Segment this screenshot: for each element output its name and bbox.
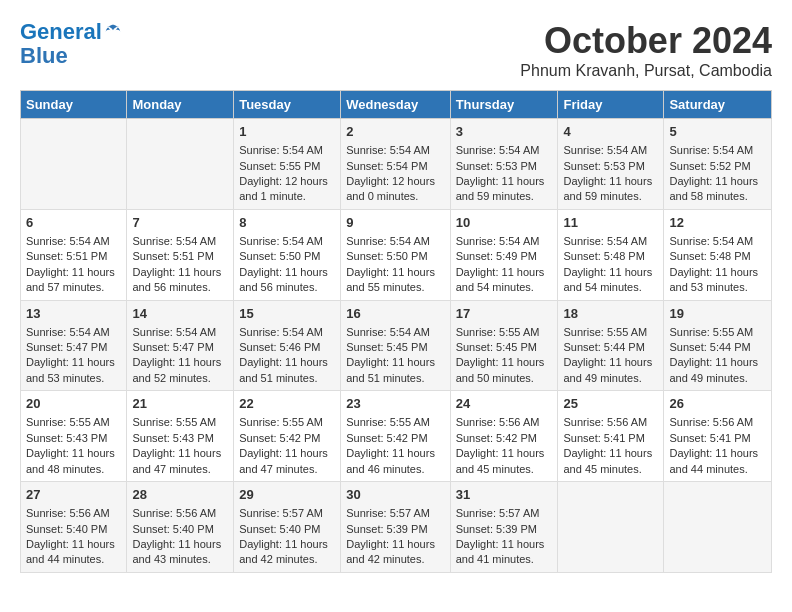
calendar-cell: 20Sunrise: 5:55 AMSunset: 5:43 PMDayligh… <box>21 391 127 482</box>
calendar-cell: 31Sunrise: 5:57 AMSunset: 5:39 PMDayligh… <box>450 482 558 573</box>
day-info: Sunset: 5:55 PM <box>239 159 335 174</box>
logo: General Blue <box>20 20 122 68</box>
day-info: and 52 minutes. <box>132 371 228 386</box>
day-info: Sunset: 5:52 PM <box>669 159 766 174</box>
location-subtitle: Phnum Kravanh, Pursat, Cambodia <box>520 62 772 80</box>
day-info: Sunrise: 5:54 AM <box>26 325 121 340</box>
day-info: Daylight: 11 hours <box>456 265 553 280</box>
calendar-cell: 11Sunrise: 5:54 AMSunset: 5:48 PMDayligh… <box>558 209 664 300</box>
day-info: Sunrise: 5:57 AM <box>239 506 335 521</box>
day-info: Sunset: 5:48 PM <box>563 249 658 264</box>
calendar-cell: 18Sunrise: 5:55 AMSunset: 5:44 PMDayligh… <box>558 300 664 391</box>
day-info: Sunset: 5:40 PM <box>26 522 121 537</box>
day-info: and 57 minutes. <box>26 280 121 295</box>
day-info: Daylight: 11 hours <box>563 446 658 461</box>
day-number: 1 <box>239 123 335 141</box>
day-info: Daylight: 11 hours <box>563 265 658 280</box>
day-number: 17 <box>456 305 553 323</box>
day-number: 2 <box>346 123 444 141</box>
col-wednesday: Wednesday <box>341 91 450 119</box>
day-info: Daylight: 11 hours <box>239 537 335 552</box>
day-info: and 1 minute. <box>239 189 335 204</box>
day-number: 20 <box>26 395 121 413</box>
day-info: Sunrise: 5:55 AM <box>26 415 121 430</box>
calendar-cell <box>127 119 234 210</box>
day-info: and 46 minutes. <box>346 462 444 477</box>
day-info: Sunrise: 5:56 AM <box>669 415 766 430</box>
calendar-cell: 12Sunrise: 5:54 AMSunset: 5:48 PMDayligh… <box>664 209 772 300</box>
day-info: Sunset: 5:53 PM <box>563 159 658 174</box>
day-info: Daylight: 11 hours <box>563 174 658 189</box>
day-info: and 58 minutes. <box>669 189 766 204</box>
day-info: Sunset: 5:41 PM <box>563 431 658 446</box>
day-info: and 50 minutes. <box>456 371 553 386</box>
week-row-5: 27Sunrise: 5:56 AMSunset: 5:40 PMDayligh… <box>21 482 772 573</box>
day-info: Daylight: 11 hours <box>669 174 766 189</box>
day-info: and 59 minutes. <box>563 189 658 204</box>
day-info: Sunset: 5:41 PM <box>669 431 766 446</box>
day-info: Sunrise: 5:56 AM <box>26 506 121 521</box>
day-number: 16 <box>346 305 444 323</box>
day-info: Sunrise: 5:54 AM <box>26 234 121 249</box>
day-info: Daylight: 11 hours <box>346 537 444 552</box>
day-info: and 47 minutes. <box>132 462 228 477</box>
day-info: Daylight: 11 hours <box>669 265 766 280</box>
day-number: 29 <box>239 486 335 504</box>
calendar-cell: 5Sunrise: 5:54 AMSunset: 5:52 PMDaylight… <box>664 119 772 210</box>
day-info: and 44 minutes. <box>26 552 121 567</box>
day-info: and 42 minutes. <box>346 552 444 567</box>
day-info: Sunset: 5:50 PM <box>239 249 335 264</box>
day-info: Sunset: 5:40 PM <box>239 522 335 537</box>
day-info: Daylight: 12 hours <box>239 174 335 189</box>
day-info: and 53 minutes. <box>669 280 766 295</box>
day-number: 5 <box>669 123 766 141</box>
calendar-cell: 9Sunrise: 5:54 AMSunset: 5:50 PMDaylight… <box>341 209 450 300</box>
day-info: Sunset: 5:53 PM <box>456 159 553 174</box>
day-info: Sunset: 5:44 PM <box>563 340 658 355</box>
day-info: Daylight: 11 hours <box>563 355 658 370</box>
day-info: Sunset: 5:45 PM <box>456 340 553 355</box>
day-info: Sunset: 5:50 PM <box>346 249 444 264</box>
calendar-cell <box>21 119 127 210</box>
day-info: Sunrise: 5:54 AM <box>239 143 335 158</box>
calendar-table: Sunday Monday Tuesday Wednesday Thursday… <box>20 90 772 573</box>
col-saturday: Saturday <box>664 91 772 119</box>
day-info: Sunset: 5:42 PM <box>346 431 444 446</box>
day-info: Daylight: 11 hours <box>132 446 228 461</box>
day-number: 11 <box>563 214 658 232</box>
day-info: Daylight: 11 hours <box>456 174 553 189</box>
day-info: Sunrise: 5:55 AM <box>132 415 228 430</box>
calendar-cell: 8Sunrise: 5:54 AMSunset: 5:50 PMDaylight… <box>234 209 341 300</box>
calendar-cell: 14Sunrise: 5:54 AMSunset: 5:47 PMDayligh… <box>127 300 234 391</box>
day-info: Sunrise: 5:55 AM <box>346 415 444 430</box>
day-number: 19 <box>669 305 766 323</box>
day-info: Sunrise: 5:54 AM <box>563 143 658 158</box>
day-info: Sunrise: 5:55 AM <box>563 325 658 340</box>
day-number: 8 <box>239 214 335 232</box>
day-info: Sunrise: 5:55 AM <box>669 325 766 340</box>
col-sunday: Sunday <box>21 91 127 119</box>
calendar-cell: 2Sunrise: 5:54 AMSunset: 5:54 PMDaylight… <box>341 119 450 210</box>
day-number: 27 <box>26 486 121 504</box>
col-monday: Monday <box>127 91 234 119</box>
day-info: Sunset: 5:54 PM <box>346 159 444 174</box>
day-info: Daylight: 11 hours <box>456 355 553 370</box>
day-number: 31 <box>456 486 553 504</box>
day-info: and 47 minutes. <box>239 462 335 477</box>
week-row-3: 13Sunrise: 5:54 AMSunset: 5:47 PMDayligh… <box>21 300 772 391</box>
week-row-2: 6Sunrise: 5:54 AMSunset: 5:51 PMDaylight… <box>21 209 772 300</box>
day-number: 18 <box>563 305 658 323</box>
day-info: Sunrise: 5:55 AM <box>239 415 335 430</box>
calendar-cell: 7Sunrise: 5:54 AMSunset: 5:51 PMDaylight… <box>127 209 234 300</box>
day-info: Sunrise: 5:54 AM <box>346 325 444 340</box>
day-info: Sunrise: 5:54 AM <box>456 143 553 158</box>
day-number: 30 <box>346 486 444 504</box>
day-info: Sunset: 5:39 PM <box>346 522 444 537</box>
day-info: and 51 minutes. <box>239 371 335 386</box>
day-number: 7 <box>132 214 228 232</box>
calendar-cell: 26Sunrise: 5:56 AMSunset: 5:41 PMDayligh… <box>664 391 772 482</box>
day-number: 3 <box>456 123 553 141</box>
day-number: 21 <box>132 395 228 413</box>
week-row-1: 1Sunrise: 5:54 AMSunset: 5:55 PMDaylight… <box>21 119 772 210</box>
day-info: and 54 minutes. <box>456 280 553 295</box>
